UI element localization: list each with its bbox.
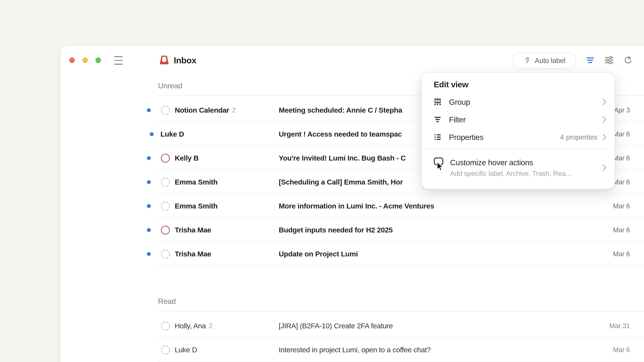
email-date: Mar 6 [613,178,630,186]
email-date: Mar 6 [613,226,630,234]
email-date: Mar 6 [613,202,630,210]
email-subject: More information in Lumi Inc. - Acme Ven… [279,202,434,210]
unread-dot-icon [147,228,151,232]
auto-label-text: Auto label [535,57,566,65]
unread-dot-icon [150,132,154,136]
page-title: Inbox [174,55,196,65]
section-header: Read [158,297,176,306]
close-window-button[interactable] [69,57,75,63]
unread-dot-icon [147,204,151,208]
group-icon [434,98,442,106]
minimize-window-button[interactable] [82,57,88,63]
email-date: Mar 6 [613,346,630,354]
unread-dot-icon [147,156,151,160]
email-subject: Budget inputs needed for H2 2025 [279,226,392,234]
avatar-ring-dashed-icon [161,249,170,259]
section-header: Unread [158,81,182,90]
sliders-icon[interactable] [604,55,614,65]
divider [158,311,644,312]
menu-item-customize-hover-actions[interactable]: Customize hover actions Add specific lab… [422,149,615,186]
sender-name: Trisha Mae [175,250,211,258]
menu-item-label: Customize hover actions [450,158,571,167]
avatar-ring-dashed-icon [161,177,170,187]
email-row[interactable]: Holly, Ana2[JIRA] (B2FA-10) Create 2FA f… [61,314,644,338]
thread-count: 2 [232,106,236,114]
menu-item-label: Group [449,97,470,107]
edit-view-menu: GroupFilterProperties4 properties [422,89,615,146]
sender-name: Trisha Mae [175,226,211,234]
inbox-logo-icon [159,55,170,66]
email-subject: Urgent ! Access needed to teamspac [279,130,402,138]
email-date: Mar 6 [613,130,630,138]
avatar-ring-dashed-icon [161,106,170,115]
email-list: Holly, Ana2[JIRA] (B2FA-10) Create 2FA f… [61,314,644,362]
popover-title: Edit view [422,73,615,89]
sender-name: Emma Smith [175,178,218,186]
unread-dot-icon [147,108,151,112]
email-date: Mar 6 [613,154,630,162]
menu-hamburger-icon[interactable] [114,56,123,65]
chevron-right-icon [602,134,606,141]
email-date: Mar 31 [609,322,630,330]
email-subject: [JIRA] (B2FA-10) Create 2FA feature [279,322,393,330]
email-subject: Interested in project Lumi, open to a co… [279,346,431,354]
menu-item-label: Filter [449,115,466,124]
avatar-ring-pink-icon [161,153,170,163]
auto-label-wand-icon [524,57,532,64]
sender-name: Kelly B [175,154,198,162]
window-controls [69,57,101,63]
email-row[interactable]: Trisha MaeUpdate on Project LumiMar 6 [61,242,644,266]
email-row[interactable]: Emma SmithMore information in Lumi Inc. … [61,194,644,218]
chevron-right-icon [602,98,606,106]
menu-item-subtitle: Add specific label, Archive, Trash, Rea.… [450,170,571,177]
email-row[interactable]: Luke DInterested in project Lumi, open t… [61,338,644,362]
email-subject: Update on Project Lumi [279,250,358,258]
email-date: Mar 6 [613,250,630,258]
zoom-window-button[interactable] [96,57,101,63]
sender-name: Notion Calendar [175,106,229,114]
edit-view-popover: Edit view GroupFilterProperties4 propert… [421,72,615,189]
sender-name: Luke D [160,130,184,138]
avatar-ring-pink-icon [161,225,170,235]
sender-name: Emma Smith [175,202,218,210]
properties-icon [434,133,442,141]
refresh-icon[interactable] [623,55,632,65]
auto-label-button[interactable]: Auto label [513,52,576,69]
unread-dot-icon [147,180,151,184]
filter-icon [434,116,442,123]
avatar-ring-dashed-icon [161,345,170,355]
email-subject: Meeting scheduled: Annie C / Stepha [279,106,402,114]
menu-item-group[interactable]: Group [434,93,606,111]
menu-item-properties[interactable]: Properties4 properties [434,128,606,146]
filter-icon[interactable] [586,55,595,65]
email-subject: You're Invited! Lumi Inc. Bug Bash - C [279,154,406,162]
avatar-ring-dashed-icon [161,321,170,331]
email-subject: [Scheduling a Call] Emma Smith, Hor [279,178,403,186]
mouse-cursor [435,161,444,172]
app-window: Inbox Auto label [60,45,644,362]
menu-item-value: 4 properties [560,133,598,141]
menu-item-filter[interactable]: Filter [434,111,606,128]
sender-name: Luke D [175,346,197,354]
sender-name: Holly, Ana [175,322,206,330]
menu-item-label: Properties [449,133,484,142]
avatar-ring-dashed-icon [161,201,170,211]
chevron-right-icon [602,116,606,123]
thread-count: 2 [209,322,212,330]
unread-dot-icon [147,252,151,256]
email-date: Apr 3 [614,106,630,114]
chevron-right-icon [602,164,606,171]
email-row[interactable]: Trisha MaeBudget inputs needed for H2 20… [61,218,644,242]
